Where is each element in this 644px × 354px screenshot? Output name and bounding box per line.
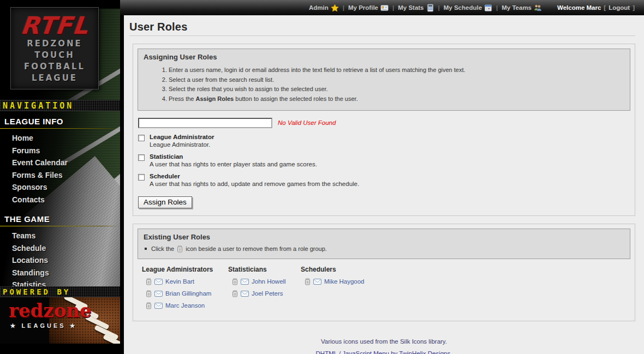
role-description: A user that has rights to add, update an… <box>150 181 359 187</box>
rtfl-logo: RTFL REDZONE TOUCH FOOTBALL LEAGUE <box>10 7 99 89</box>
rtfl-acronym: RTFL <box>10 13 100 38</box>
remove-user-bin-icon[interactable] <box>305 278 311 285</box>
sidebar-item-locations[interactable]: Locations <box>0 254 120 267</box>
email-icon[interactable] <box>154 291 163 297</box>
group-title: Schedulers <box>301 266 365 273</box>
logout-link[interactable]: Logout <box>609 4 630 11</box>
role-option-statistician: Statistician A user that has rights to e… <box>138 153 630 167</box>
sidebar-item-forums[interactable]: Forums <box>0 145 120 157</box>
existing-section: Existing User Roles Click the icon besid… <box>133 224 635 321</box>
page-footer: Various icons used from the Silk Icons l… <box>124 338 644 354</box>
main-content: User Roles Assigning User Roles Enter a … <box>124 15 644 354</box>
role-option-league-administrator: League Administrator League Administrato… <box>138 134 630 148</box>
group-title: League Administrators <box>142 266 228 273</box>
silk-icons-credit[interactable]: Various icons used from the Silk Icons l… <box>124 338 644 345</box>
nav-section-league-info: LEAGUE INFO Home Forums Event Calendar F… <box>0 113 120 206</box>
bullet-text: icon beside a user to remove them from a… <box>186 245 327 252</box>
email-icon[interactable] <box>154 303 163 309</box>
email-icon[interactable] <box>154 279 163 285</box>
user-search-input[interactable] <box>138 118 272 128</box>
email-icon[interactable] <box>241 291 249 297</box>
bin-icon <box>177 245 183 253</box>
logo-line: FOOTBALL <box>11 61 98 73</box>
assigning-instructions-box: Assigning User Roles Enter a users name,… <box>138 49 630 111</box>
group-schedulers: Schedulers Mike Haygood <box>301 266 365 314</box>
menu-my-teams[interactable]: My Teams <box>502 4 542 12</box>
sidebar: RTFL REDZONE TOUCH FOOTBALL LEAGUE NAVIG… <box>0 0 120 354</box>
league-administrator-checkbox[interactable] <box>138 135 145 141</box>
step-4-text: button to assign the selected roles to t… <box>234 95 357 102</box>
step-3: Select the roles that you wish to assign… <box>169 86 624 92</box>
user-name-link[interactable]: Joel Peters <box>252 290 283 297</box>
sidebar-item-contacts[interactable]: Contacts <box>0 194 120 206</box>
user-name-link[interactable]: Mike Haygood <box>324 278 365 285</box>
assign-roles-button[interactable]: Assign Roles <box>138 196 192 208</box>
remove-user-bin-icon[interactable] <box>232 290 238 297</box>
menu-my-schedule[interactable]: My Schedule <box>444 4 492 12</box>
sidebar-item-home[interactable]: Home <box>0 132 120 145</box>
leagues-wordmark: ★ LEAGUES ★ <box>9 322 78 329</box>
sidebar-item-event-calendar[interactable]: Event Calendar <box>0 157 120 169</box>
menu-my-stats-label: My Stats <box>398 4 424 11</box>
step-2: Select a user from the search result lis… <box>169 76 624 83</box>
step-1: Enter a users name, login id or email ad… <box>169 67 624 73</box>
scheduler-checkbox[interactable] <box>138 174 145 181</box>
user-row: Mike Haygood <box>305 278 365 285</box>
assigning-heading: Assigning User Roles <box>144 53 624 61</box>
role-label: League Administrator <box>150 134 214 140</box>
redzone-wordmark: redzone <box>9 299 92 321</box>
sidebar-item-sponsors[interactable]: Sponsors <box>0 181 120 194</box>
sidebar-item-teams[interactable]: Teams <box>0 230 120 242</box>
menu-my-stats[interactable]: My Stats <box>398 4 434 12</box>
assigning-steps: Enter a users name, login id or email ad… <box>144 67 624 102</box>
menu-my-profile-label: My Profile <box>348 4 378 11</box>
user-name-link[interactable]: Brian Gillingham <box>165 290 211 297</box>
separator: | <box>438 4 440 11</box>
menu-my-schedule-label: My Schedule <box>444 4 482 11</box>
separator: | <box>392 4 394 11</box>
statistician-checkbox[interactable] <box>138 154 145 161</box>
user-row: Brian Gillingham <box>146 290 228 297</box>
twinhelix-credit[interactable]: DHTML / JavaScript Menu by TwinHelix Des… <box>124 350 644 354</box>
user-name-link[interactable]: Kevin Bart <box>165 278 194 285</box>
user-name-link[interactable]: Marc Jeanson <box>165 302 205 309</box>
menu-admin[interactable]: Admin <box>309 4 339 12</box>
user-name-link[interactable]: John Howell <box>252 278 286 285</box>
group-icon <box>534 4 542 12</box>
role-description: League Administrator. <box>150 141 214 148</box>
email-icon[interactable] <box>241 279 249 285</box>
topbar: Admin | My Profile | My Stats | My Sched… <box>120 0 644 15</box>
vcard-icon <box>380 4 389 12</box>
role-label: Statistician <box>150 153 317 160</box>
user-row: Marc Jeanson <box>146 302 228 309</box>
calculator-icon <box>426 4 434 12</box>
remove-user-bin-icon[interactable] <box>146 290 152 297</box>
existing-instructions-box: Existing User Roles Click the icon besid… <box>138 229 630 259</box>
sidebar-item-standings[interactable]: Standings <box>0 267 120 279</box>
nav-section-title: THE GAME <box>0 211 120 226</box>
menu-admin-label: Admin <box>309 4 329 11</box>
assigning-section: Assigning User Roles Enter a users name,… <box>133 44 635 216</box>
nav-section-title: LEAGUE INFO <box>0 113 120 128</box>
redzone-leagues-logo[interactable]: redzone ★ LEAGUES ★ <box>0 297 120 344</box>
email-icon[interactable] <box>313 279 321 285</box>
remove-user-bin-icon[interactable] <box>146 278 152 285</box>
step-4-text: Press the <box>169 95 196 102</box>
user-search-row: No Valid User Found <box>138 118 630 128</box>
logout-bracket: ] <box>633 4 635 11</box>
menu-my-profile[interactable]: My Profile <box>348 4 389 12</box>
step-4: Press the Assign Roles button to assign … <box>169 95 624 102</box>
user-row: Kevin Bart <box>146 278 228 285</box>
navigation-band: NAVIGATION <box>0 100 120 111</box>
sidebar-item-forms-files[interactable]: Forms & Files <box>0 169 120 182</box>
search-status-message: No Valid User Found <box>278 119 336 126</box>
logout-bracket: [ <box>604 4 606 11</box>
role-label: Scheduler <box>150 173 359 179</box>
separator: | <box>496 4 498 11</box>
existing-bullet: Click the icon beside a user to remove t… <box>145 245 624 253</box>
menu-my-teams-label: My Teams <box>502 4 532 11</box>
calendar-icon <box>484 4 492 12</box>
remove-user-bin-icon[interactable] <box>146 302 152 309</box>
remove-user-bin-icon[interactable] <box>232 278 238 285</box>
sidebar-item-schedule[interactable]: Schedule <box>0 242 120 255</box>
